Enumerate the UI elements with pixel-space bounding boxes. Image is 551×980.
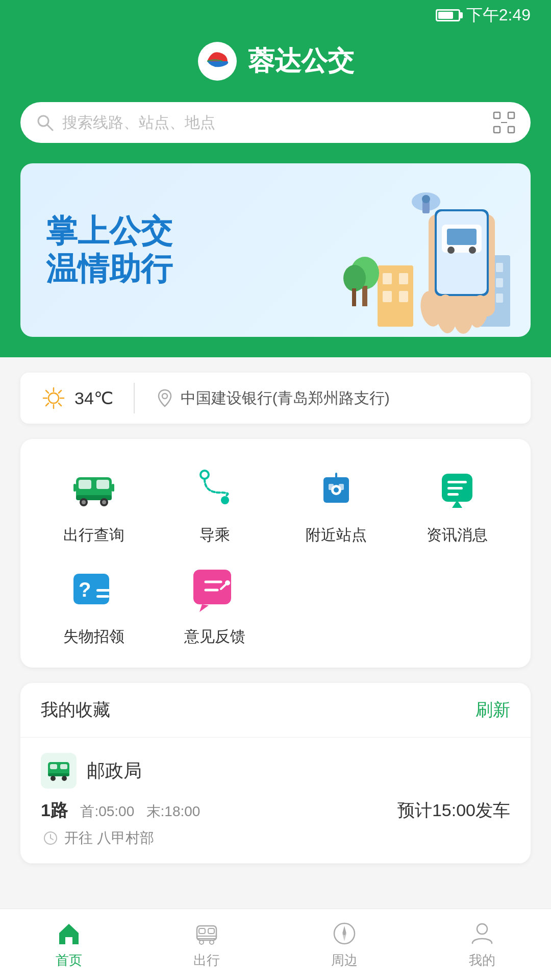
svg-point-62 <box>334 487 339 493</box>
feature-feedback-label: 意见反馈 <box>184 626 245 647</box>
app-logo <box>197 41 238 82</box>
svg-rect-74 <box>193 570 231 604</box>
stop-item[interactable]: 邮政局 1路 首:05:00 末:18:00 预计15:00发车 <box>20 738 531 864</box>
search-container: 搜索线路、站点、地点 <box>0 102 551 163</box>
features-card: 出行查询 导乘 <box>20 439 531 668</box>
app-title: 蓉达公交 <box>248 43 354 79</box>
bus-route: 1路 <box>41 800 68 820</box>
svg-line-46 <box>46 403 48 406</box>
svg-line-45 <box>59 390 61 393</box>
location-icon <box>155 388 174 408</box>
favorites-title: 我的收藏 <box>41 698 110 722</box>
stop-icon-wrap <box>41 753 77 789</box>
feedback-icon-wrap <box>187 561 243 617</box>
bus-info-row: 1路 首:05:00 末:18:00 预计15:00发车 <box>41 799 510 822</box>
lost-icon: ? <box>68 564 119 615</box>
nav-home-label: 首页 <box>56 951 82 969</box>
battery-icon <box>436 9 460 21</box>
svg-point-29 <box>447 247 455 254</box>
feature-guide-label: 导乘 <box>199 525 230 546</box>
search-bar[interactable]: 搜索线路、站点、地点 <box>20 102 531 143</box>
svg-point-47 <box>162 394 167 399</box>
svg-rect-11 <box>383 291 392 302</box>
banner-container: 掌上公交 温情助行 <box>0 163 551 357</box>
scan-icon[interactable] <box>493 111 515 134</box>
nav-home[interactable]: 首页 <box>55 920 83 969</box>
svg-rect-66 <box>447 481 467 483</box>
feature-travel-label: 出行查询 <box>63 525 124 546</box>
guide-icon-wrap <box>187 459 243 516</box>
nav-travel[interactable]: 出行 <box>193 920 220 969</box>
svg-line-2 <box>47 125 53 130</box>
travel-icon-wrap <box>66 459 122 516</box>
feature-news-label: 资讯消息 <box>427 525 488 546</box>
favorites-header: 我的收藏 刷新 <box>20 683 531 738</box>
svg-rect-9 <box>383 273 392 284</box>
svg-point-30 <box>469 247 476 254</box>
svg-rect-12 <box>399 291 408 302</box>
stop-name: 邮政局 <box>87 758 142 783</box>
nav-bus-icon <box>193 920 220 947</box>
banner-text: 掌上公交 温情助行 <box>20 192 198 309</box>
feature-empty-2 <box>405 561 511 647</box>
next-stop-row: 开往 八甲村部 <box>41 828 510 848</box>
feature-travel[interactable]: 出行查询 <box>41 459 147 546</box>
svg-line-43 <box>46 390 48 393</box>
svg-rect-90 <box>199 928 205 934</box>
search-icon <box>36 113 54 132</box>
clock-icon <box>43 830 58 846</box>
svg-rect-16 <box>352 288 356 306</box>
feature-nearby[interactable]: 附近站点 <box>283 459 389 546</box>
feature-nearby-label: 附近站点 <box>306 525 367 546</box>
feature-feedback[interactable]: 意见反馈 <box>162 561 268 647</box>
feature-lost[interactable]: ? 失物招领 <box>41 561 147 647</box>
svg-point-33 <box>422 195 430 203</box>
svg-rect-14 <box>362 286 367 306</box>
feature-empty-1 <box>283 561 389 647</box>
refresh-button[interactable]: 刷新 <box>475 698 510 722</box>
svg-line-88 <box>51 838 53 840</box>
stop-bus-icon <box>46 758 71 783</box>
bus-icon <box>71 464 117 510</box>
svg-text:?: ? <box>79 578 91 601</box>
svg-rect-92 <box>197 936 216 939</box>
weather-bar: 34℃ 中国建设银行(青岛郑州路支行) <box>20 373 531 424</box>
svg-rect-91 <box>208 928 214 934</box>
features-grid-bottom: ? 失物招领 <box>41 561 510 647</box>
stop-name-row: 邮政局 <box>41 753 510 789</box>
nav-travel-label: 出行 <box>193 951 220 969</box>
svg-rect-73 <box>96 595 109 598</box>
svg-point-55 <box>102 500 106 504</box>
weather-info: 34℃ <box>41 385 113 411</box>
nav-nearby[interactable]: 周边 <box>331 920 358 969</box>
search-input-placeholder[interactable]: 搜索线路、站点、地点 <box>62 112 485 133</box>
svg-point-53 <box>82 500 86 504</box>
app-header: 蓉达公交 <box>0 31 551 102</box>
svg-rect-50 <box>96 480 109 489</box>
banner-title2: 温情助行 <box>46 250 172 288</box>
next-stop-text: 开往 八甲村部 <box>64 828 154 848</box>
features-grid-top: 出行查询 导乘 <box>41 459 510 546</box>
banner-title1: 掌上公交 <box>46 212 172 250</box>
feature-news[interactable]: 资讯消息 <box>405 459 511 546</box>
svg-rect-23 <box>496 293 503 303</box>
person-icon <box>468 920 496 947</box>
feedback-icon <box>189 564 240 615</box>
svg-point-84 <box>51 776 56 781</box>
feature-guide[interactable]: 导乘 <box>162 459 268 546</box>
svg-rect-64 <box>339 484 344 490</box>
news-icon <box>434 464 480 510</box>
bus-left: 1路 首:05:00 末:18:00 <box>41 799 200 822</box>
weather-sun-icon <box>41 385 66 411</box>
weather-divider <box>134 383 135 413</box>
svg-rect-5 <box>494 127 500 133</box>
nav-mine[interactable]: 我的 <box>468 920 496 969</box>
bus-last-time: 末:18:00 <box>146 803 201 819</box>
svg-rect-72 <box>96 589 114 592</box>
svg-rect-81 <box>50 764 57 769</box>
home-icon <box>55 920 83 947</box>
svg-rect-57 <box>112 484 114 492</box>
nearby-icon <box>313 464 359 510</box>
svg-point-79 <box>225 580 230 585</box>
svg-rect-4 <box>508 112 514 118</box>
